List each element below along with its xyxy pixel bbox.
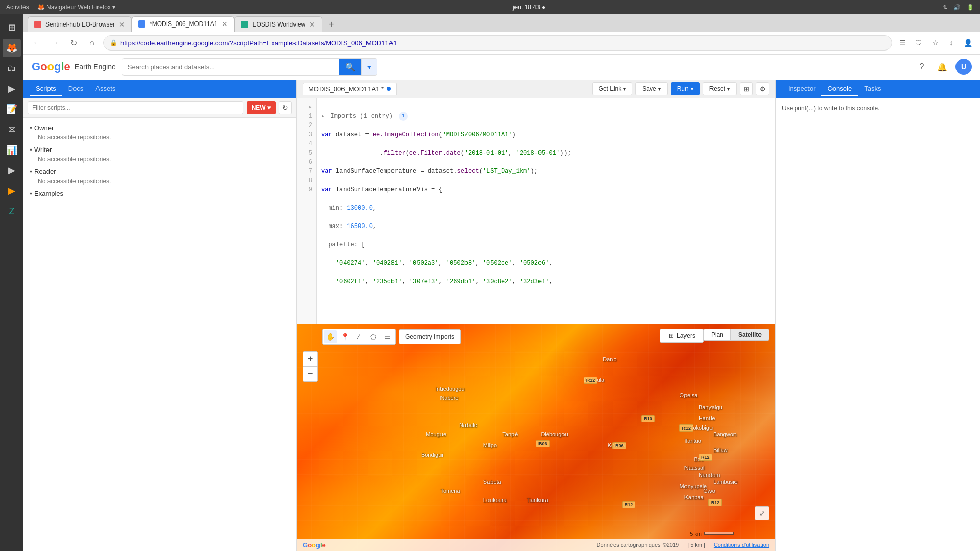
back-button[interactable]: ← [30, 36, 44, 50]
examples-label: Examples [34, 190, 63, 197]
save-button[interactable]: Save ▾ [635, 82, 667, 95]
geometry-imports-button[interactable]: Geometry Imports [399, 329, 461, 344]
zoom-out-button[interactable]: − [303, 366, 318, 382]
url-bar[interactable]: 🔒 https://code.earthengine.google.com/?s… [103, 35, 892, 51]
address-bar: ← → ↻ ⌂ 🔒 https://code.earthengine.googl… [23, 32, 980, 54]
hand-tool[interactable]: ✋ [324, 330, 337, 343]
taskbar-monitor-icon[interactable]: 📊 [3, 141, 21, 159]
console-tab[interactable]: Console [821, 82, 858, 96]
user-avatar[interactable]: U [955, 59, 972, 75]
taskbar-media-icon[interactable]: ▶ [3, 161, 21, 180]
inspector-tab[interactable]: Inspector [782, 82, 821, 96]
hamburger-menu-icon[interactable]: ☰ [896, 37, 909, 49]
tab-eosdis[interactable]: EOSDIS Worldview ✕ [234, 16, 322, 32]
filter-scripts-input[interactable] [28, 101, 243, 114]
docs-tab[interactable]: Docs [62, 82, 90, 96]
assets-tab[interactable]: Assets [89, 82, 121, 96]
os-taskbar: ⊞ 🦊 🗂 ▶ 📝 ✉ 📊 ▶ ▶ Z [0, 14, 23, 551]
earth-engine-label: Earth Engine [75, 63, 116, 71]
point-tool[interactable]: 📍 [338, 330, 351, 343]
activities-label[interactable]: Activités [6, 4, 29, 11]
taskbar-text-icon[interactable]: 📝 [3, 100, 21, 118]
firefox-label[interactable]: 🦊 Navigateur Web Firefox ▾ [37, 4, 116, 11]
gee-body: Scripts Docs Assets NEW ▾ ↻ ▾ Owner No a… [23, 80, 980, 551]
code-content[interactable]: ▸ Imports (1 entry) 1 var dataset = ee.I… [317, 98, 775, 325]
line-tool[interactable]: ∕ [352, 330, 365, 343]
tab-close-eosdis[interactable]: ✕ [309, 20, 315, 29]
file-tab[interactable]: MODIS_006_MOD11A1 * [303, 83, 397, 95]
fullscreen-button[interactable]: ⤢ [755, 506, 769, 520]
notifications-icon[interactable]: 🔔 [935, 60, 949, 74]
tasks-tab[interactable]: Tasks [858, 82, 887, 96]
apps-button[interactable]: ⊞ [740, 82, 753, 95]
settings-button[interactable]: ⚙ [756, 82, 769, 95]
shield-icon[interactable]: 🛡 [913, 37, 925, 49]
code-line-3: var landSurfaceTemperature = dataset.sel… [321, 167, 771, 176]
map-container[interactable]: ✋ 📍 ∕ ⬠ ▭ Geometry Imports + − [297, 324, 775, 551]
volume-icon: 🔊 [953, 4, 961, 11]
new-script-button[interactable]: NEW ▾ [247, 101, 276, 114]
terms-link[interactable]: Conditions d'utilisation [714, 542, 769, 548]
reader-section-header[interactable]: ▾ Reader [30, 166, 290, 178]
rectangle-tool[interactable]: ▭ [381, 330, 394, 343]
taskbar-zoom-icon[interactable]: Z [3, 202, 21, 220]
line-num-1: 1 [297, 112, 316, 121]
tab-title-sentinel: Sentinel-hub EO-Browser [45, 21, 115, 28]
scripts-tab[interactable]: Scripts [30, 82, 62, 96]
satellite-map-button[interactable]: Satellite [731, 329, 769, 340]
examples-section-header[interactable]: ▾ Examples [30, 188, 290, 199]
taskbar-terminal-icon[interactable]: ▶ [3, 80, 21, 98]
star-icon[interactable]: ☆ [929, 37, 941, 49]
sync-icon[interactable]: ↕ [945, 37, 958, 49]
tab-title-modis: *MODIS_006_MOD11A1 [150, 20, 217, 28]
taskbar-firefox-icon[interactable]: 🦊 [3, 39, 21, 57]
tab-sentinel[interactable]: Sentinel-hub EO-Browser ✕ [28, 16, 132, 32]
browser-window: Sentinel-hub EO-Browser ✕ *MODIS_006_MOD… [23, 14, 980, 551]
help-icon[interactable]: ? [915, 60, 929, 74]
tab-favicon-modis [138, 20, 145, 28]
reset-button[interactable]: Reset ▾ [703, 82, 737, 95]
code-editor[interactable]: ▸ 1 2 3 4 5 6 7 8 9 ▸ Imports (1 entry) … [297, 98, 775, 325]
tab-close-modis[interactable]: ✕ [222, 20, 228, 28]
search-button[interactable]: 🔍 [339, 59, 361, 75]
center-panel: MODIS_006_MOD11A1 * Get Link ▾ Save ▾ Ru… [297, 80, 776, 551]
code-line-4: var landSurfaceTemperatureVis = { [321, 185, 771, 194]
run-button[interactable]: Run ▾ [671, 82, 700, 95]
search-bar[interactable]: 🔍 ▾ [122, 58, 377, 76]
writer-section-header[interactable]: ▾ Writer [30, 144, 290, 156]
tab-close-sentinel[interactable]: ✕ [119, 20, 125, 29]
taskbar-email-icon[interactable]: ✉ [3, 120, 21, 139]
imports-line: ▸ Imports (1 entry) 1 [321, 112, 771, 121]
forward-button[interactable]: → [48, 36, 62, 50]
zoom-in-button[interactable]: + [303, 351, 318, 366]
taskbar-files-icon[interactable]: 🗂 [3, 59, 21, 78]
line-num-9: 9 [297, 185, 316, 194]
gee-header: Google Earth Engine 🔍 ▾ ? 🔔 U [23, 55, 980, 80]
owner-section-header[interactable]: ▾ Owner [30, 122, 290, 134]
search-dropdown-button[interactable]: ▾ [361, 59, 377, 75]
tab-modis[interactable]: *MODIS_006_MOD11A1 ✕ [132, 16, 234, 32]
refresh-button[interactable]: ↻ [279, 101, 292, 114]
polygon-tool[interactable]: ⬠ [366, 330, 380, 343]
home-button[interactable]: ⌂ [85, 36, 99, 50]
console-hint-text: Use print(...) to write to this console. [782, 105, 879, 112]
reload-button[interactable]: ↻ [66, 36, 81, 50]
code-line-6: max: 16500.0, [321, 222, 771, 231]
owner-label: Owner [34, 124, 54, 132]
layers-button[interactable]: ⊞ Layers [660, 329, 704, 343]
tab-favicon-sentinel [34, 21, 41, 28]
taskbar-vlc-icon[interactable]: ▶ [3, 182, 21, 200]
code-line-8: '040274', '040281', '0502a3', '0502b8', … [321, 259, 771, 268]
owner-triangle-icon: ▾ [30, 125, 32, 131]
line-num-7: 7 [297, 167, 316, 176]
reader-triangle-icon: ▾ [30, 169, 32, 174]
plan-map-button[interactable]: Plan [704, 329, 731, 340]
layers-label: Layers [677, 332, 695, 339]
user-profile-icon[interactable]: 👤 [962, 37, 974, 49]
new-tab-button[interactable]: + [324, 17, 338, 32]
get-link-button[interactable]: Get Link ▾ [592, 82, 633, 95]
os-bar-right: ⇅ 🔊 🔋 [943, 4, 974, 11]
map-tools: ✋ 📍 ∕ ⬠ ▭ [322, 329, 396, 345]
search-input[interactable] [122, 59, 339, 75]
taskbar-apps-icon[interactable]: ⊞ [3, 18, 21, 37]
